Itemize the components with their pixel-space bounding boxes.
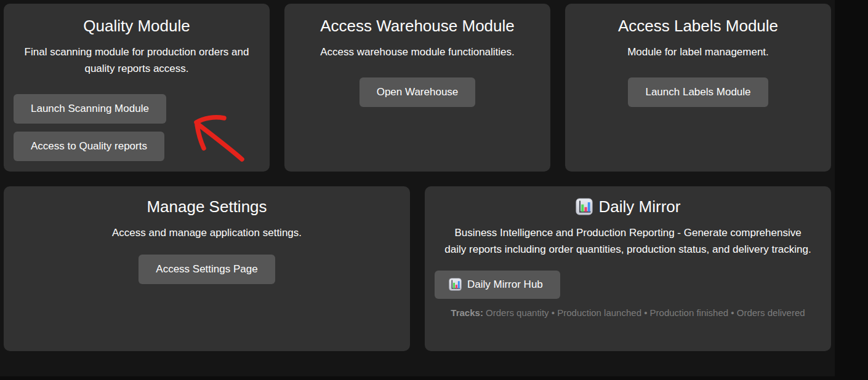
quality-module-buttons: Launch Scanning Module Access to Quality…: [14, 94, 260, 161]
labels-module-description: Module for label management.: [575, 44, 821, 60]
card-daily-mirror: Daily Mirror Business Intelligence and P…: [425, 186, 831, 351]
manage-settings-description: Access and manage application settings.: [14, 224, 400, 241]
manage-settings-title: Manage Settings: [14, 186, 400, 217]
bottom-row: Manage Settings Access and manage applic…: [4, 186, 831, 351]
card-warehouse-module: Access Warehouse Module Access warehouse…: [284, 4, 550, 172]
access-quality-reports-button[interactable]: Access to Quality reports: [14, 132, 164, 161]
daily-mirror-hub-label: Daily Mirror Hub: [467, 278, 543, 291]
settings-button-wrap: Access Settings Page: [14, 255, 400, 284]
daily-mirror-tracks: Tracks: Orders quantity • Production lau…: [435, 307, 821, 318]
modules-dashboard: Quality Module Final scanning module for…: [0, 0, 835, 376]
labels-button-wrap: Launch Labels Module: [575, 77, 821, 107]
warehouse-module-title: Access Warehouse Module: [294, 4, 540, 36]
open-warehouse-button[interactable]: Open Warehouse: [360, 77, 476, 107]
bar-chart-icon: [449, 278, 462, 291]
daily-mirror-hub-button[interactable]: Daily Mirror Hub: [435, 271, 560, 299]
bar-chart-icon: [576, 198, 593, 215]
warehouse-button-wrap: Open Warehouse: [294, 77, 540, 107]
card-manage-settings: Manage Settings Access and manage applic…: [4, 186, 410, 351]
card-labels-module: Access Labels Module Module for label ma…: [565, 4, 831, 172]
quality-module-title: Quality Module: [14, 4, 260, 36]
tracks-label: Tracks:: [451, 307, 483, 318]
quality-module-description: Final scanning module for production ord…: [14, 44, 260, 77]
top-row: Quality Module Final scanning module for…: [4, 4, 831, 172]
access-settings-page-button[interactable]: Access Settings Page: [139, 255, 275, 284]
card-quality-module: Quality Module Final scanning module for…: [4, 4, 270, 172]
daily-mirror-button-wrap: Daily Mirror Hub: [435, 271, 821, 299]
daily-mirror-title-row: Daily Mirror: [435, 186, 821, 217]
daily-mirror-description: Business Intelligence and Production Rep…: [443, 224, 813, 258]
warehouse-module-description: Access warehouse module functionalities.: [294, 44, 540, 60]
launch-labels-module-button[interactable]: Launch Labels Module: [628, 77, 768, 107]
tracks-items: Orders quantity • Production launched • …: [486, 307, 805, 318]
daily-mirror-title: Daily Mirror: [599, 197, 681, 217]
labels-module-title: Access Labels Module: [575, 4, 821, 36]
launch-scanning-module-button[interactable]: Launch Scanning Module: [14, 94, 166, 124]
